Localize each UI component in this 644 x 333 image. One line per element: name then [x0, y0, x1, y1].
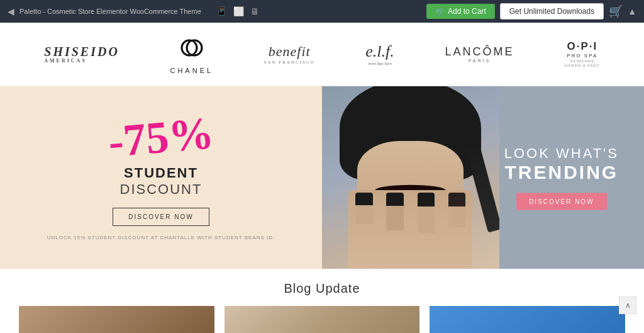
- hero-right-panel: LOOK WHAT'S TRENDING DISCOVER NOW: [322, 86, 644, 269]
- blog-title: Blog Update: [19, 281, 625, 296]
- elf-logo-text: e.l.f.: [365, 42, 394, 61]
- trending-text: TRENDING: [504, 162, 619, 183]
- lancome-logo-text: LANCÔME: [445, 45, 514, 59]
- blog-card-1[interactable]: [19, 306, 214, 333]
- blog-card-3[interactable]: [430, 306, 625, 333]
- look-whats-text: LOOK WHAT'S: [504, 145, 619, 162]
- benefit-sub: SAN FRANCISCO: [264, 60, 315, 65]
- lancome-sub: PARIS: [469, 59, 491, 63]
- admin-bar: ◀ Paletto - Cosmetic Store Elementor Woo…: [0, 0, 644, 23]
- brand-benefit[interactable]: benefit SAN FRANCISCO: [264, 43, 315, 65]
- hero-section: -75% STUDENT DISCOUNT DISCOVER NOW UNLOC…: [0, 86, 644, 269]
- discover-now-button-left[interactable]: DISCOVER NOW: [113, 208, 209, 226]
- add-to-cart-label: Add to Cart: [448, 7, 486, 16]
- device-icons: 📱 ⬜ 🖥: [216, 6, 259, 16]
- shiseido-logo-text: SHISEIDO AMERICAS: [44, 45, 119, 64]
- finger-1: [355, 193, 373, 224]
- blog-card-image-1: [19, 306, 214, 333]
- woman-hand: [348, 190, 472, 269]
- student-label: STUDENT: [120, 165, 203, 181]
- page-title: Paletto - Cosmetic Store Elementor WooCo…: [19, 8, 201, 15]
- finger-4: [448, 193, 466, 227]
- back-arrow-icon[interactable]: ◀: [8, 6, 14, 16]
- unlock-text: UNLOCK 15% STUDENT DISCOUNT AT CHANTALLE…: [47, 235, 275, 240]
- shiseido-sub: AMERICAS: [44, 59, 119, 64]
- add-to-cart-button[interactable]: 🛒 Add to Cart: [426, 4, 495, 19]
- cart-icon-top[interactable]: 🛒: [609, 4, 623, 18]
- brand-lancome[interactable]: LANCÔME PARIS: [445, 45, 514, 63]
- chanel-name-text: CHANEL: [170, 67, 213, 74]
- chanel-cc-logo: [178, 34, 206, 65]
- hero-left-panel: -75% STUDENT DISCOUNT DISCOVER NOW UNLOC…: [0, 86, 322, 269]
- blog-cards: [19, 306, 625, 333]
- discount-percentage: -75%: [106, 110, 216, 164]
- blog-card-image-2: [225, 306, 420, 333]
- elf-sub: eyes lips face: [368, 61, 392, 66]
- scroll-up-button[interactable]: ∧: [619, 296, 636, 314]
- brand-elf[interactable]: e.l.f. eyes lips face: [365, 42, 394, 66]
- admin-bar-left: ◀ Paletto - Cosmetic Store Elementor Woo…: [8, 6, 259, 16]
- brands-bar: SHISEIDO AMERICAS CHANEL benefit SAN FRA…: [0, 23, 644, 86]
- blog-card-2[interactable]: [225, 306, 420, 333]
- opi-logo-text: O·P·I PRO SPA SKINCARE HANDS & FEET: [565, 40, 600, 68]
- brand-chanel[interactable]: CHANEL: [170, 34, 213, 74]
- tablet-icon[interactable]: ⬜: [233, 6, 244, 16]
- finger-3: [418, 193, 435, 234]
- benefit-logo-text: benefit: [269, 43, 311, 60]
- discover-now-button-right[interactable]: DISCOVER NOW: [516, 193, 606, 210]
- cart-icon: 🛒: [435, 7, 445, 16]
- blog-section: Blog Update: [0, 269, 644, 333]
- brand-shiseido[interactable]: SHISEIDO AMERICAS: [44, 45, 119, 64]
- hero-right-content: LOOK WHAT'S TRENDING DISCOVER NOW: [504, 145, 619, 210]
- mobile-icon[interactable]: 📱: [216, 6, 227, 16]
- hero-image-bg: [322, 86, 499, 269]
- collapse-arrow-icon[interactable]: ▲: [628, 6, 636, 16]
- blog-card-image-3: [430, 306, 625, 333]
- discount-label: DISCOUNT: [120, 181, 203, 198]
- desktop-icon[interactable]: 🖥: [250, 6, 259, 16]
- fingers: [348, 190, 472, 234]
- brand-opi[interactable]: O·P·I PRO SPA SKINCARE HANDS & FEET: [565, 40, 600, 68]
- admin-bar-right: 🛒 Add to Cart Get Unlimited Downloads 🛒 …: [426, 3, 636, 20]
- student-discount-text: STUDENT DISCOUNT: [120, 165, 203, 198]
- finger-2: [386, 193, 404, 230]
- unlimited-downloads-button[interactable]: Get Unlimited Downloads: [500, 3, 604, 20]
